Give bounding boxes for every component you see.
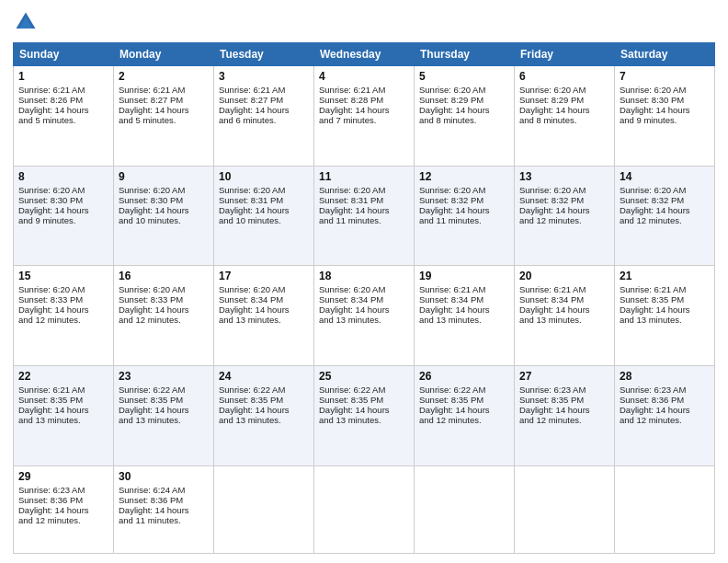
day-info-line: Sunrise: 6:20 AM [419, 85, 509, 95]
day-number: 1 [18, 70, 108, 83]
calendar-cell: 30Sunrise: 6:24 AMSunset: 8:36 PMDayligh… [114, 465, 214, 553]
day-info-line: Daylight: 14 hours [319, 405, 409, 415]
calendar-cell: 3Sunrise: 6:21 AMSunset: 8:27 PMDaylight… [214, 66, 314, 167]
day-info-line: Sunrise: 6:23 AM [18, 485, 108, 495]
day-info-line: Sunrise: 6:21 AM [419, 284, 509, 294]
day-number: 27 [519, 370, 609, 383]
day-info-line: Sunset: 8:34 PM [419, 294, 509, 304]
day-info-line: and 11 minutes. [419, 215, 509, 225]
day-info-line: Sunset: 8:34 PM [219, 294, 309, 304]
day-info-line: Sunrise: 6:20 AM [119, 284, 209, 294]
calendar-cell: 14Sunrise: 6:20 AMSunset: 8:32 PMDayligh… [615, 166, 715, 266]
day-number: 6 [519, 70, 609, 83]
day-info-line: Daylight: 14 hours [119, 505, 209, 515]
page: SundayMondayTuesdayWednesdayThursdayFrid… [0, 0, 728, 563]
day-number: 23 [119, 370, 209, 383]
calendar-cell: 20Sunrise: 6:21 AMSunset: 8:34 PMDayligh… [515, 266, 615, 366]
day-info-line: Sunrise: 6:22 AM [119, 385, 209, 395]
day-info-line: Daylight: 14 hours [119, 405, 209, 415]
calendar-cell: 29Sunrise: 6:23 AMSunset: 8:36 PMDayligh… [14, 465, 114, 553]
day-info-line: Sunrise: 6:21 AM [18, 385, 108, 395]
day-info-line: Sunrise: 6:24 AM [119, 485, 209, 495]
day-info-line: Sunset: 8:30 PM [18, 195, 108, 205]
day-info-line: Sunrise: 6:20 AM [119, 185, 209, 195]
calendar-cell: 23Sunrise: 6:22 AMSunset: 8:35 PMDayligh… [114, 365, 214, 465]
day-info-line: and 10 minutes. [119, 215, 209, 225]
day-info-line: Sunrise: 6:20 AM [419, 185, 509, 195]
calendar-cell: 28Sunrise: 6:23 AMSunset: 8:36 PMDayligh… [615, 365, 715, 465]
day-info-line: and 9 minutes. [620, 115, 710, 125]
day-info-line: and 13 minutes. [319, 415, 409, 425]
day-info-line: Daylight: 14 hours [18, 205, 108, 215]
day-info-line: Sunrise: 6:21 AM [519, 284, 609, 294]
day-info-line: and 13 minutes. [620, 315, 710, 325]
day-info-line: and 13 minutes. [419, 315, 509, 325]
day-info-line: Sunrise: 6:20 AM [319, 284, 409, 294]
day-info-line: Sunset: 8:26 PM [18, 95, 108, 105]
col-header-friday: Friday [515, 43, 615, 66]
col-header-thursday: Thursday [415, 43, 515, 66]
day-number: 11 [319, 170, 409, 183]
day-info-line: Daylight: 14 hours [219, 304, 309, 315]
day-number: 8 [18, 170, 108, 183]
day-number: 13 [519, 170, 609, 183]
day-info-line: Sunset: 8:27 PM [219, 95, 309, 105]
calendar-cell: 13Sunrise: 6:20 AMSunset: 8:32 PMDayligh… [515, 166, 615, 266]
day-info-line: Sunrise: 6:20 AM [18, 185, 108, 195]
day-number: 28 [620, 370, 710, 383]
calendar-cell: 17Sunrise: 6:20 AMSunset: 8:34 PMDayligh… [214, 266, 314, 366]
day-number: 3 [219, 70, 309, 83]
calendar-cell: 19Sunrise: 6:21 AMSunset: 8:34 PMDayligh… [415, 266, 515, 366]
calendar-cell: 21Sunrise: 6:21 AMSunset: 8:35 PMDayligh… [615, 266, 715, 366]
day-number: 14 [620, 170, 710, 183]
day-number: 9 [119, 170, 209, 183]
day-info-line: Sunset: 8:32 PM [620, 195, 710, 205]
day-info-line: Daylight: 14 hours [519, 205, 609, 215]
calendar-cell: 5Sunrise: 6:20 AMSunset: 8:29 PMDaylight… [415, 66, 515, 167]
day-info-line: and 5 minutes. [119, 115, 209, 125]
day-info-line: Sunset: 8:33 PM [18, 294, 108, 304]
day-info-line: Sunset: 8:33 PM [119, 294, 209, 304]
day-info-line: and 8 minutes. [419, 115, 509, 125]
calendar-cell: 2Sunrise: 6:21 AMSunset: 8:27 PMDaylight… [114, 66, 214, 167]
day-number: 4 [319, 70, 409, 83]
day-info-line: and 13 minutes. [319, 315, 409, 325]
day-info-line: and 11 minutes. [319, 215, 409, 225]
day-info-line: Daylight: 14 hours [219, 105, 309, 115]
calendar-cell: 7Sunrise: 6:20 AMSunset: 8:30 PMDaylight… [615, 66, 715, 167]
col-header-saturday: Saturday [615, 43, 715, 66]
logo-icon [13, 9, 39, 35]
day-number: 17 [219, 270, 309, 282]
day-info-line: Sunset: 8:31 PM [319, 195, 409, 205]
calendar-cell: 26Sunrise: 6:22 AMSunset: 8:35 PMDayligh… [415, 365, 515, 465]
day-info-line: and 7 minutes. [319, 115, 409, 125]
day-info-line: and 12 minutes. [620, 215, 710, 225]
calendar-cell: 24Sunrise: 6:22 AMSunset: 8:35 PMDayligh… [214, 365, 314, 465]
day-number: 29 [18, 470, 108, 483]
day-info-line: and 13 minutes. [219, 315, 309, 325]
day-info-line: and 12 minutes. [119, 315, 209, 325]
calendar-cell: 1Sunrise: 6:21 AMSunset: 8:26 PMDaylight… [14, 66, 114, 167]
day-info-line: Sunset: 8:35 PM [119, 395, 209, 405]
day-info-line: and 12 minutes. [519, 415, 609, 425]
day-info-line: Sunrise: 6:21 AM [219, 85, 309, 95]
day-info-line: Daylight: 14 hours [419, 304, 509, 315]
calendar-cell: 12Sunrise: 6:20 AMSunset: 8:32 PMDayligh… [415, 166, 515, 266]
day-info-line: Sunset: 8:36 PM [18, 495, 108, 505]
day-number: 24 [219, 370, 309, 383]
day-info-line: Sunset: 8:27 PM [119, 95, 209, 105]
day-number: 30 [119, 470, 209, 483]
day-number: 19 [419, 270, 509, 282]
day-info-line: Sunset: 8:35 PM [18, 395, 108, 405]
day-info-line: Sunset: 8:29 PM [419, 95, 509, 105]
day-info-line: and 10 minutes. [219, 215, 309, 225]
day-info-line: Sunset: 8:32 PM [419, 195, 509, 205]
day-number: 16 [119, 270, 209, 282]
day-info-line: Daylight: 14 hours [620, 304, 710, 315]
day-number: 12 [419, 170, 509, 183]
day-info-line: Daylight: 14 hours [519, 405, 609, 415]
day-info-line: Daylight: 14 hours [18, 405, 108, 415]
calendar-cell: 18Sunrise: 6:20 AMSunset: 8:34 PMDayligh… [314, 266, 415, 366]
day-info-line: Sunrise: 6:23 AM [620, 385, 710, 395]
day-info-line: and 13 minutes. [119, 415, 209, 425]
